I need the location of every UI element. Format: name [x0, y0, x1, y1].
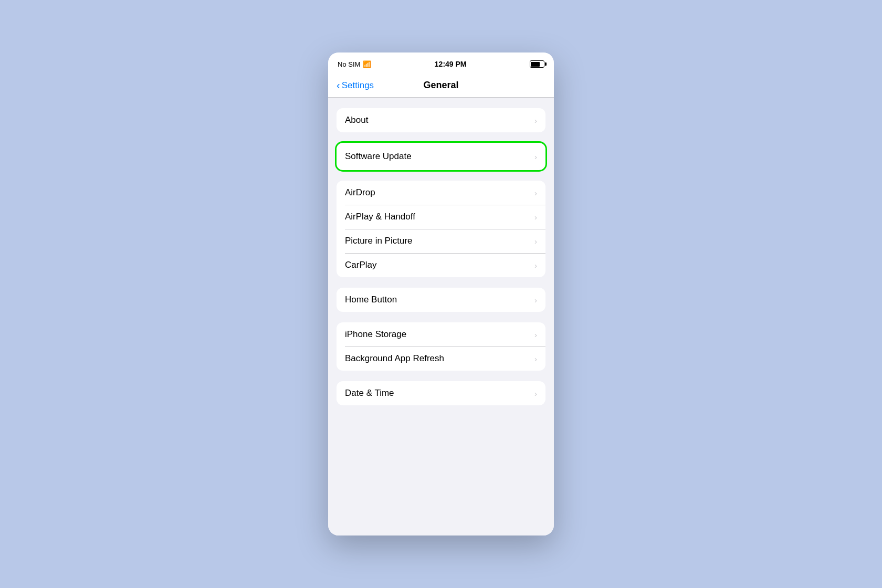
software-update-label: Software Update: [345, 151, 412, 162]
date-time-label: Date & Time: [345, 388, 394, 398]
iphone-storage-label: iPhone Storage: [345, 329, 406, 340]
picture-in-picture-label: Picture in Picture: [345, 236, 413, 246]
back-chevron-icon: ‹: [337, 80, 340, 90]
storage-card: iPhone Storage › Background App Refresh …: [337, 322, 545, 371]
home-button-chevron-icon: ›: [534, 296, 537, 304]
wifi-icon: 📶: [363, 60, 371, 68]
time-label: 12:49 PM: [435, 60, 467, 68]
background-app-refresh-label: Background App Refresh: [345, 353, 444, 364]
carplay-item[interactable]: CarPlay ›: [337, 253, 545, 277]
airdrop-label: AirDrop: [345, 187, 375, 198]
battery-fill: [531, 62, 539, 67]
battery-icon: [530, 60, 544, 68]
datetime-card: Date & Time ›: [337, 381, 545, 405]
carrier-label: No SIM: [338, 60, 360, 68]
airplay-handoff-chevron-icon: ›: [534, 213, 537, 222]
section-about: About ›: [337, 108, 545, 132]
section-storage: iPhone Storage › Background App Refresh …: [337, 322, 545, 371]
background-app-refresh-chevron-icon: ›: [534, 354, 537, 363]
home-button-item[interactable]: Home Button ›: [337, 288, 545, 312]
status-bar: No SIM 📶 12:49 PM: [328, 52, 554, 76]
date-time-item[interactable]: Date & Time ›: [337, 381, 545, 405]
home-button-label: Home Button: [345, 295, 397, 305]
software-update-item[interactable]: Software Update ›: [337, 143, 545, 170]
airplay-handoff-item[interactable]: AirPlay & Handoff ›: [337, 205, 545, 229]
about-chevron-icon: ›: [534, 116, 537, 125]
iphone-storage-item[interactable]: iPhone Storage ›: [337, 322, 545, 346]
home-button-card: Home Button ›: [337, 288, 545, 312]
about-card: About ›: [337, 108, 545, 132]
scroll-content: About › Software Update › AirDrop ›: [328, 98, 554, 536]
section-software-update: Software Update ›: [337, 143, 545, 170]
section-datetime: Date & Time ›: [337, 381, 545, 405]
airdrop-item[interactable]: AirDrop ›: [337, 181, 545, 205]
airplay-handoff-label: AirPlay & Handoff: [345, 212, 415, 222]
background-app-refresh-item[interactable]: Background App Refresh ›: [337, 346, 545, 371]
section-home-button: Home Button ›: [337, 288, 545, 312]
date-time-chevron-icon: ›: [534, 389, 537, 398]
picture-in-picture-chevron-icon: ›: [534, 237, 537, 246]
picture-in-picture-item[interactable]: Picture in Picture ›: [337, 229, 545, 253]
about-label: About: [345, 115, 368, 125]
carplay-chevron-icon: ›: [534, 261, 537, 270]
page-title: General: [423, 80, 458, 91]
back-button[interactable]: ‹ Settings: [337, 80, 374, 91]
carplay-label: CarPlay: [345, 260, 376, 270]
nav-bar: ‹ Settings General: [328, 76, 554, 98]
about-item[interactable]: About ›: [337, 108, 545, 132]
battery-container: [530, 60, 544, 68]
iphone-storage-chevron-icon: ›: [534, 330, 537, 339]
phone-frame: No SIM 📶 12:49 PM ‹ Settings General Abo…: [328, 52, 554, 536]
status-left: No SIM 📶: [338, 60, 371, 68]
section-connectivity: AirDrop › AirPlay & Handoff › Picture in…: [337, 181, 545, 277]
airdrop-chevron-icon: ›: [534, 188, 537, 197]
connectivity-card: AirDrop › AirPlay & Handoff › Picture in…: [337, 181, 545, 277]
software-update-chevron-icon: ›: [534, 152, 537, 161]
back-label: Settings: [342, 80, 374, 91]
software-update-card: Software Update ›: [337, 143, 545, 170]
